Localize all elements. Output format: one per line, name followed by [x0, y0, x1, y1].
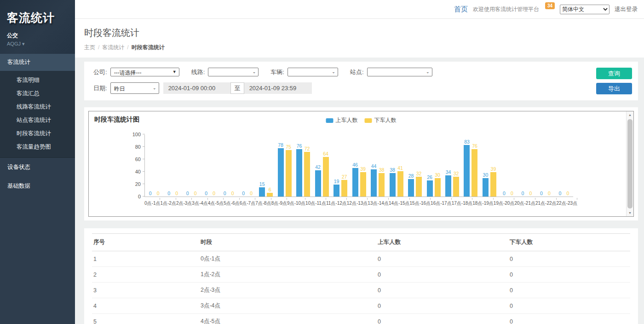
x-axis-tick-label: 7点-8点: [255, 198, 271, 207]
table-cell: 0: [376, 267, 508, 283]
x-axis-tick-label: 21点-22点: [535, 198, 557, 207]
bar-group: 00: [499, 135, 517, 197]
scroll-up-icon[interactable]: ▲: [627, 111, 633, 118]
sidebar-item[interactable]: 基础数据: [0, 177, 75, 196]
triangle-down-icon: ▼: [172, 69, 177, 74]
home-link[interactable]: 首页: [454, 5, 468, 14]
table-row: 21点-2点00: [92, 267, 630, 283]
sidebar-subitem[interactable]: 线路客流统计: [0, 100, 75, 114]
vehicle-select[interactable]: ⌄: [288, 68, 338, 76]
bar-value-label: 83: [464, 139, 470, 145]
bar: [278, 148, 284, 197]
query-button[interactable]: 查询: [596, 68, 632, 79]
table-row: 54点-5点00: [92, 314, 630, 324]
table-header-cell: 上车人数: [376, 234, 508, 251]
bar-group: 1927: [331, 135, 350, 197]
export-button[interactable]: 导出: [596, 83, 632, 94]
legend-item[interactable]: 上车人数: [326, 116, 358, 124]
table-cell: 0: [508, 314, 630, 324]
org-code-dropdown[interactable]: AQGJ ▾: [7, 41, 75, 47]
x-axis-tick-label: 14点-15点: [389, 198, 410, 207]
bar-column: 0: [538, 191, 544, 197]
table-cell: 0: [508, 267, 630, 283]
y-axis-tick: [143, 171, 145, 172]
bar-value-label: 34: [446, 169, 451, 175]
bar-value-label: 0: [194, 191, 197, 196]
company-select[interactable]: ---请选择--- ▼: [110, 68, 179, 76]
sidebar-item[interactable]: 设备状态: [0, 158, 75, 177]
sidebar-subitem[interactable]: 客流明细: [0, 74, 75, 87]
vertical-scrollbar[interactable]: ▲ ▼: [626, 111, 633, 216]
bar-column: 6: [267, 187, 273, 197]
notification-badge[interactable]: 34: [545, 2, 555, 9]
scroll-down-icon[interactable]: ▼: [627, 209, 633, 216]
bar-column: 38: [390, 167, 396, 197]
sidebar-group-passenger-stats[interactable]: 客流统计: [0, 54, 75, 71]
bar-value-label: 0: [511, 191, 513, 196]
breadcrumb-item[interactable]: 主页: [84, 44, 95, 51]
filter-row-2: 日期: 昨日 ⌄ 2024-01-09 00:00 至 2024-01-09 2…: [93, 82, 629, 94]
breadcrumb-separator: /: [127, 44, 128, 51]
bar: [267, 193, 273, 197]
bar-column: 39: [360, 166, 366, 197]
bar-column: 30: [483, 172, 489, 197]
y-axis-tick: [143, 159, 145, 159]
x-axis-tick-label: 2点-3点: [176, 198, 192, 207]
sidebar-subitem[interactable]: 客流汇总: [0, 87, 75, 100]
date-start-input[interactable]: 2024-01-09 00:00: [163, 82, 230, 94]
bar-groups: 0000000000001567875767242641927463944383…: [145, 135, 573, 197]
station-select[interactable]: ⌄: [367, 68, 432, 76]
bar-column: 32: [416, 171, 422, 197]
date-end-input[interactable]: 2024-01-09 23:59: [244, 82, 312, 94]
table-cell: 5: [92, 314, 199, 324]
bar-value-label: 44: [371, 163, 377, 169]
topbar: 首页 欢迎使用客流统计管理平台 34 简体中文 退出登录: [75, 0, 644, 19]
logout-link[interactable]: 退出登录: [615, 6, 638, 13]
bar-value-label: 32: [416, 171, 422, 176]
bar-column: 39: [490, 166, 496, 197]
bar-value-label: 32: [454, 171, 459, 176]
chart-panel: 时段车流统计图 上车人数下车人数 00000000000015678757672…: [84, 107, 638, 220]
bar-column: 19: [334, 179, 339, 197]
sidebar-static-items: 设备状态基础数据: [0, 158, 75, 196]
bar-column: 41: [397, 165, 403, 197]
bar: [259, 187, 265, 197]
x-axis-tick-label: 10点-11点: [305, 198, 326, 207]
date-preset-select[interactable]: 昨日 ⌄: [110, 82, 159, 94]
sidebar-subitem[interactable]: 时段客流统计: [0, 127, 75, 140]
x-axis-tick-label: 6点-7点: [240, 198, 255, 207]
scrollbar-thumb[interactable]: [627, 119, 632, 208]
bar-column: 0: [184, 191, 190, 197]
bar-value-label: 0: [224, 191, 226, 196]
sidebar-subitem[interactable]: 站点客流统计: [0, 114, 75, 127]
x-axis-tick-label: 4点-5点: [208, 198, 224, 207]
language-select[interactable]: 简体中文: [560, 5, 610, 14]
breadcrumb-item[interactable]: 客流统计: [102, 44, 124, 51]
bar-column: 0: [211, 191, 217, 197]
table-cell: 0点-1点: [199, 251, 376, 267]
line-select[interactable]: ⌄: [208, 68, 259, 76]
breadcrumb-separator: /: [98, 44, 99, 51]
legend-swatch-icon: [365, 118, 372, 123]
bar-value-label: 76: [297, 143, 302, 149]
bar-value-label: 75: [286, 144, 291, 150]
sidebar-subitem[interactable]: 客流量趋势图: [0, 140, 75, 154]
x-axis-tick-label: 0点-1点: [144, 198, 160, 207]
bar-column: 0: [203, 191, 209, 197]
breadcrumb-item: 时段客流统计: [132, 44, 165, 51]
date-to-label: 至: [230, 82, 244, 94]
table-cell: 1: [92, 251, 199, 267]
sidebar-nav: 客流统计 客流明细客流汇总线路客流统计站点客流统计时段客流统计客流量趋势图 设备…: [0, 54, 75, 196]
bar-value-label: 72: [305, 146, 310, 151]
x-axis-tick-label: 18点-19点: [472, 198, 494, 207]
x-axis-tick-label: 8点-9点: [271, 198, 287, 207]
bar-group: 156: [257, 135, 275, 197]
legend-item[interactable]: 下车人数: [365, 116, 397, 124]
table-row: 32点-3点00: [92, 283, 630, 298]
bar-column: 76: [296, 143, 302, 197]
bar: [453, 177, 459, 197]
bar-value-label: 0: [157, 191, 160, 196]
x-axis-labels: 0点-1点1点-2点2点-3点3点-4点4点-5点5点-6点6点-7点7点-8点…: [144, 198, 573, 207]
date-label: 日期:: [93, 84, 107, 93]
y-axis-tick-label: 0: [138, 194, 141, 199]
